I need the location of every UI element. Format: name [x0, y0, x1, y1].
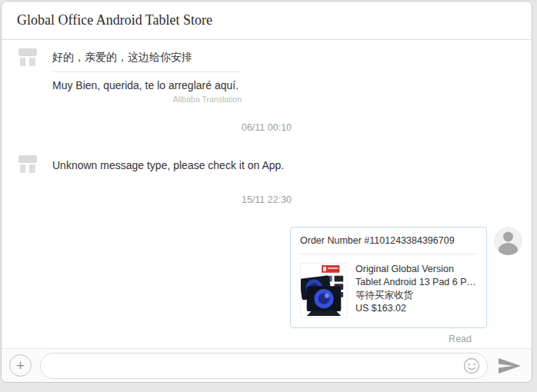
- timestamp: 15/11 22:30: [2, 194, 532, 205]
- translation-attribution-label: Alibaba Translation: [52, 95, 242, 104]
- message-bubble: 好的，亲爱的，这边给你安排 Muy Bien, querida, te lo a…: [52, 46, 242, 104]
- incoming-message-system: Unknown message type, please check it on…: [2, 153, 532, 174]
- person-icon: [494, 227, 522, 255]
- storefront-icon: [17, 154, 38, 174]
- buyer-avatar: [494, 227, 522, 255]
- plus-icon: +: [16, 357, 25, 374]
- send-icon: [496, 356, 522, 376]
- read-receipt: Read: [2, 334, 532, 344]
- send-button[interactable]: [496, 356, 522, 376]
- product-info: Original Global Version Tablet Android 1…: [355, 263, 477, 318]
- message-translated-text: Muy Bien, querida, te lo arreglaré aquí.: [52, 72, 242, 95]
- incoming-message-translated: 好的，亲爱的，这边给你安排 Muy Bien, querida, te lo a…: [2, 46, 532, 104]
- order-product: Original Global Version Tablet Android 1…: [300, 254, 477, 318]
- store-name-title: Global Office Android Tablet Store: [17, 12, 212, 28]
- composer-bar: +: [2, 348, 532, 382]
- outgoing-order-message: Order Number #1101243384396709: [2, 225, 532, 328]
- order-status: 等待买家收货: [355, 289, 477, 302]
- attach-button[interactable]: +: [9, 354, 32, 377]
- product-title: Original Global Version Tablet Android 1…: [355, 263, 477, 289]
- chat-window: Global Office Android Tablet Store 好的，亲爱…: [1, 1, 532, 383]
- message-input[interactable]: [40, 353, 488, 379]
- message-input-wrapper: [40, 353, 488, 379]
- storefront-icon: [17, 48, 38, 68]
- emoji-button[interactable]: [463, 357, 480, 374]
- message-original-text: 好的，亲爱的，这边给你安排: [52, 46, 242, 71]
- message-text: Unknown message type, please check it on…: [52, 153, 284, 171]
- message-list: 好的，亲爱的，这边给你安排 Muy Bien, querida, te lo a…: [2, 40, 532, 348]
- smiley-icon: [463, 357, 480, 374]
- order-number: Order Number #1101243384396709: [300, 235, 477, 254]
- timestamp: 06/11 00:10: [2, 122, 532, 133]
- order-card[interactable]: Order Number #1101243384396709: [290, 227, 487, 328]
- product-price: US $163.02: [355, 302, 477, 315]
- chat-header: Global Office Android Tablet Store: [2, 2, 532, 40]
- product-image: [300, 263, 348, 318]
